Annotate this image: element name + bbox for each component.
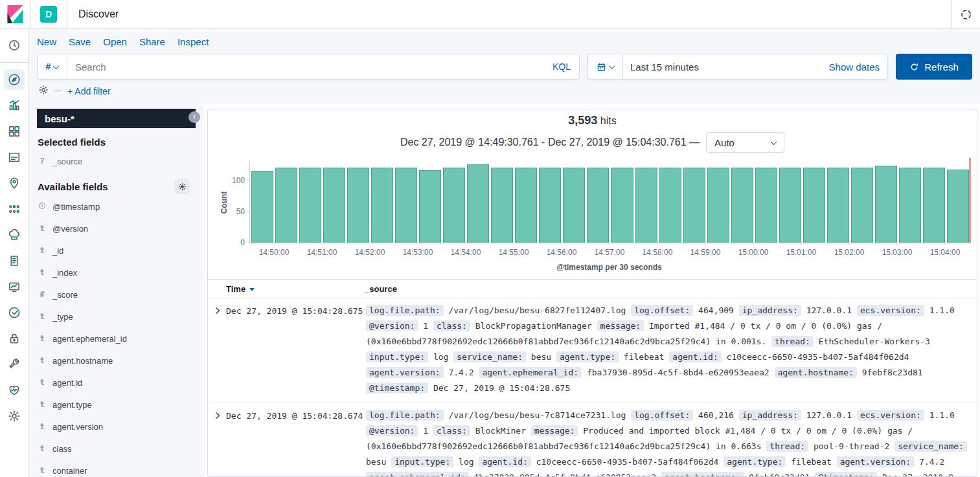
- nav-dashboard-icon[interactable]: [4, 121, 25, 142]
- row-source: log.file.path: /var/log/besu/besu-6827fe…: [365, 298, 977, 403]
- histogram-bar-14:57:00[interactable]: [611, 168, 633, 243]
- nav-apm-icon[interactable]: [4, 225, 25, 245]
- histogram-bar-15:00:30[interactable]: [779, 168, 801, 243]
- nav-management-icon[interactable]: [4, 406, 25, 427]
- field-_index[interactable]: t_index: [37, 261, 204, 283]
- text-type-icon: t: [38, 356, 46, 365]
- histogram-bar-15:01:30[interactable]: [827, 168, 849, 243]
- nav-machine-learning-icon[interactable]: [4, 199, 25, 219]
- histogram-bar-15:04:00[interactable]: [947, 170, 969, 243]
- nav-uptime-icon[interactable]: [4, 302, 25, 323]
- histogram-bar-14:54:30[interactable]: [491, 168, 513, 243]
- refresh-button[interactable]: Refresh: [896, 54, 972, 80]
- date-picker-menu-button[interactable]: [588, 54, 623, 79]
- search-input[interactable]: [67, 61, 553, 72]
- x-tick-label: 14:54:00: [451, 248, 481, 257]
- field-name: agent.ephemeral_id: [52, 334, 127, 344]
- field-class[interactable]: tclass: [37, 438, 204, 460]
- field-agent.ephemeral_id[interactable]: tagent.ephemeral_id: [37, 327, 204, 349]
- expand-row-button[interactable]: [208, 403, 226, 419]
- histogram-bar-14:52:30[interactable]: [395, 168, 417, 243]
- index-pattern-selector[interactable]: besu-*: [37, 109, 196, 128]
- chevron-down-icon: [771, 139, 777, 145]
- nav-visualize-icon[interactable]: [4, 95, 25, 116]
- source-field-name: log.offset:: [631, 410, 693, 421]
- collapse-sidebar-button[interactable]: ‹: [188, 111, 200, 123]
- field-name: _id: [52, 246, 63, 256]
- menu-item-open[interactable]: Open: [103, 36, 127, 47]
- histogram-bar-15:03:30[interactable]: [923, 168, 945, 243]
- saved-query-menu-button[interactable]: #: [38, 54, 67, 79]
- nav-recently-viewed-icon[interactable]: [4, 35, 25, 56]
- field-_score[interactable]: #_score: [37, 283, 204, 305]
- histogram-bar-14:49:30[interactable]: [251, 171, 273, 243]
- menu-item-inspect[interactable]: Inspect: [177, 36, 209, 47]
- field-agent.version[interactable]: tagent.version: [37, 416, 204, 438]
- histogram-bar-14:59:30[interactable]: [731, 168, 753, 243]
- app-chrome: NewSaveOpenShareInspect # KQL: [29, 29, 980, 104]
- histogram-bar-14:57:30[interactable]: [635, 168, 657, 243]
- source-field-value: 1.1.0: [924, 305, 955, 315]
- field-agent.hostname[interactable]: tagent.hostname: [37, 349, 204, 372]
- menu-item-save[interactable]: Save: [69, 36, 91, 47]
- text-type-icon: t: [38, 444, 46, 453]
- field-_type[interactable]: t_type: [37, 305, 204, 327]
- histogram-bar-14:58:00[interactable]: [659, 168, 681, 243]
- field-@timestamp[interactable]: @timestamp: [37, 195, 204, 217]
- histogram-bar-14:58:30[interactable]: [683, 168, 705, 243]
- histogram-bar-14:56:00[interactable]: [563, 168, 585, 243]
- histogram-bar-15:03:00[interactable]: [899, 168, 921, 243]
- field-_id[interactable]: t_id: [37, 239, 204, 261]
- interval-select[interactable]: Auto: [706, 132, 784, 153]
- field-@version[interactable]: t@version: [37, 217, 204, 239]
- histogram-bar-14:55:30[interactable]: [539, 168, 561, 243]
- kibana-logo[interactable]: [0, 5, 30, 23]
- menu-item-share[interactable]: Share: [139, 36, 165, 47]
- nav-canvas-icon[interactable]: [4, 147, 25, 168]
- x-axis-label: @timestamp per 30 seconds: [242, 263, 977, 272]
- menu-item-new[interactable]: New: [37, 36, 56, 47]
- y-tick-label: 0: [227, 238, 245, 247]
- filter-settings-gear-icon[interactable]: [38, 85, 49, 98]
- histogram-bar-14:53:30[interactable]: [443, 168, 465, 243]
- time-range-value[interactable]: Last 15 minutes: [623, 61, 829, 72]
- histogram-bar-14:52:00[interactable]: [371, 168, 393, 243]
- text-type-icon: t: [38, 334, 46, 343]
- histogram-bar-14:51:00[interactable]: [323, 168, 345, 243]
- histogram-bar-15:02:30[interactable]: [875, 166, 897, 243]
- show-dates-button[interactable]: Show dates: [829, 61, 887, 72]
- histogram-bar-14:51:30[interactable]: [347, 168, 369, 243]
- discover-app-badge[interactable]: D: [40, 6, 57, 23]
- histogram-bar-14:55:00[interactable]: [515, 168, 537, 243]
- nav-stack-monitoring-icon[interactable]: [4, 380, 25, 401]
- menu-bar: NewSaveOpenShareInspect: [37, 29, 972, 54]
- histogram-bar-14:54:00[interactable]: [467, 164, 489, 243]
- histogram-bar-14:56:30[interactable]: [587, 168, 609, 243]
- field-_source[interactable]: ?_source: [37, 150, 204, 172]
- nav-dev-tools-icon[interactable]: [4, 354, 25, 375]
- histogram-bar-14:59:00[interactable]: [707, 168, 729, 243]
- histogram-bar-14:50:00[interactable]: [275, 168, 297, 243]
- field-agent.id[interactable]: tagent.id: [37, 372, 204, 394]
- field-name: _score: [52, 290, 78, 300]
- histogram-bar-14:50:30[interactable]: [299, 168, 321, 243]
- histogram-chart[interactable]: Count 05010014:50:0014:51:0014:52:0014:5…: [249, 161, 969, 243]
- nav-discover-icon[interactable]: [4, 69, 25, 90]
- nav-maps-icon[interactable]: [4, 173, 25, 194]
- histogram-bar-15:00:00[interactable]: [755, 168, 777, 243]
- field-container[interactable]: tcontainer: [37, 460, 204, 477]
- add-filter-button[interactable]: + Add filter: [67, 86, 111, 96]
- help-icon[interactable]: [952, 0, 980, 28]
- nav-siem-icon[interactable]: [4, 328, 25, 349]
- nav-metrics-icon[interactable]: [4, 276, 25, 297]
- histogram-bar-14:53:00[interactable]: [419, 170, 441, 243]
- nav-logs-icon[interactable]: [4, 250, 25, 271]
- fields-settings-button[interactable]: [174, 179, 190, 194]
- time-column-header[interactable]: Time: [226, 284, 365, 294]
- expand-row-button[interactable]: [208, 298, 226, 315]
- field-agent.type[interactable]: tagent.type: [37, 394, 204, 416]
- x-tick-label: 15:02:00: [834, 248, 865, 257]
- histogram-bar-15:02:00[interactable]: [851, 168, 873, 243]
- kql-language-button[interactable]: KQL: [553, 61, 579, 72]
- histogram-bar-15:01:00[interactable]: [803, 168, 825, 243]
